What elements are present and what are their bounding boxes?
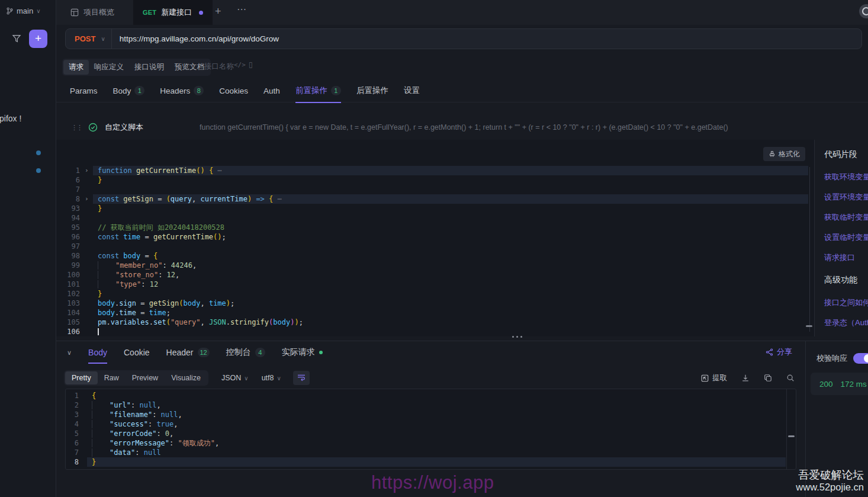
mode-tab-api-desc[interactable]: 接口说明 <box>129 60 169 75</box>
response-scrollbar-thumb[interactable] <box>788 435 795 437</box>
code-line[interactable]: 99 "member_no": 44246, <box>56 261 808 270</box>
url-input[interactable]: https://mpg.avillage.com.cn/api/grow/doG… <box>112 34 861 43</box>
tab-new-api-active[interactable]: GET 新建接口 <box>133 0 213 25</box>
response-tab-header[interactable]: Header12 <box>166 341 210 364</box>
response-tab-console[interactable]: 控制台4 <box>226 341 265 364</box>
code-line[interactable]: 104body.time = time; <box>56 308 808 318</box>
advanced-link-between-apis[interactable]: 接口之间如何 <box>824 297 868 308</box>
snippet-link-get-env[interactable]: 获取环境变量 <box>824 172 868 182</box>
code-line[interactable]: 103body.sign = getSign(body, time); <box>56 299 808 308</box>
view-pretty[interactable]: Pretty <box>65 371 98 384</box>
line-number: 2 <box>66 400 83 410</box>
view-raw[interactable]: Raw <box>98 371 126 384</box>
view-visualize[interactable]: Visualize <box>165 371 207 384</box>
response-tab-body[interactable]: Body <box>88 341 107 364</box>
code-line[interactable]: 6} <box>56 175 808 185</box>
fold-gutter <box>85 204 93 213</box>
code-line[interactable]: 95// 获取当前时间 如20240418200528 <box>56 223 808 232</box>
subtab-settings[interactable]: 设置 <box>404 79 420 102</box>
code-line[interactable]: 102} <box>56 289 808 299</box>
format-select[interactable]: JSON∨ <box>221 374 249 382</box>
script-preview-text[interactable]: function getCurrentTime() { var e = new … <box>200 123 809 132</box>
api-name-placeholder[interactable]: 接口名称 <box>204 62 234 72</box>
method-select[interactable]: POST <box>66 34 101 43</box>
code-line[interactable]: 1{ <box>66 391 786 400</box>
validate-response-toggle[interactable] <box>853 353 868 364</box>
check-circle-icon[interactable] <box>88 123 98 132</box>
snippet-link-set-env[interactable]: 设置环境变量 <box>824 192 868 203</box>
code-line[interactable]: 94 <box>56 213 808 223</box>
new-tab-button[interactable]: + <box>215 5 221 18</box>
subtab-params[interactable]: Params <box>70 79 98 102</box>
subtab-cookies[interactable]: Cookies <box>219 79 248 102</box>
code-line[interactable]: 8} <box>66 457 786 467</box>
mode-tab-preview-doc[interactable]: 预览文档 <box>169 60 210 75</box>
response-tab-cookie[interactable]: Cookie <box>124 341 150 364</box>
code-line[interactable]: 6 "errorMessage": "领取成功", <box>66 438 786 448</box>
format-button[interactable]: 格式化 <box>763 147 805 161</box>
subtab-pre-ops[interactable]: 前置操作1 <box>295 79 341 102</box>
code-line[interactable]: 7 "data": null <box>66 448 786 457</box>
code-line[interactable]: 93} <box>56 204 808 213</box>
response-tab-actual-request[interactable]: 实际请求 <box>282 341 323 364</box>
snippet-link-request-api[interactable]: 请求接口 <box>824 252 855 263</box>
overview-icon <box>70 8 79 17</box>
add-button[interactable]: + <box>29 30 47 48</box>
code-text: pm.variables.set("query", JSON.stringify… <box>93 318 808 327</box>
extract-button[interactable]: 提取 <box>701 373 727 383</box>
subtab-headers[interactable]: Headers8 <box>160 79 204 102</box>
corner-circle-icon[interactable] <box>859 4 868 18</box>
subtab-post-ops[interactable]: 后置操作 <box>356 79 388 102</box>
word-wrap-button[interactable] <box>293 371 310 385</box>
view-preview[interactable]: Preview <box>126 371 165 384</box>
code-line[interactable]: 1›function getCurrentTime() { ⋯ <box>56 166 808 175</box>
code-line[interactable]: 100 "store_no": 12, <box>56 270 808 280</box>
tab-project-overview[interactable]: 项目概览 <box>61 0 124 25</box>
drag-handle-icon[interactable]: ⋮⋮ <box>71 124 82 132</box>
subtab-body[interactable]: Body1 <box>113 79 145 102</box>
editor-scrollbar[interactable] <box>809 167 810 332</box>
code-line[interactable]: 101 "type": 12 <box>56 280 808 289</box>
code-line[interactable]: 96const time = getCurrentTime(); <box>56 232 808 242</box>
search-button[interactable] <box>786 374 795 382</box>
code-icon[interactable]: </> <box>234 61 246 69</box>
mode-tab-request[interactable]: 请求 <box>63 60 89 75</box>
mode-tab-response-def[interactable]: 响应定义 <box>89 60 129 75</box>
response-body-editor[interactable]: 1{2 "url": null,3 "filename": null,4 "su… <box>65 389 796 470</box>
code-line[interactable]: 3 "filename": null, <box>66 410 786 419</box>
extract-icon <box>701 374 709 382</box>
response-scrollbar[interactable] <box>786 389 796 469</box>
download-button[interactable] <box>741 374 750 382</box>
code-line[interactable]: 106 <box>56 327 808 336</box>
panel-splitter-handle[interactable] <box>512 336 522 338</box>
fold-arrow-icon[interactable]: › <box>85 194 93 204</box>
collapse-chevron-icon[interactable]: ∨ <box>67 349 72 357</box>
snippet-link-set-temp[interactable]: 设置临时变量 <box>824 232 868 243</box>
branch-selector[interactable]: main ∨ <box>6 7 41 15</box>
code-line[interactable]: 97 <box>56 242 808 251</box>
code-line[interactable]: 105pm.variables.set("query", JSON.string… <box>56 318 808 327</box>
doc-panel-icon[interactable]: ▯ <box>249 60 253 69</box>
share-button[interactable]: 分享 <box>766 347 792 357</box>
chevron-down-icon: ∨ <box>101 36 105 42</box>
snippet-link-get-temp[interactable]: 获取临时变量 <box>824 212 868 223</box>
encoding-select[interactable]: utf8∨ <box>262 374 281 382</box>
fold-arrow-icon[interactable]: › <box>85 166 93 175</box>
copy-button[interactable] <box>764 374 772 382</box>
code-line[interactable]: 5 "errorCode": 0, <box>66 429 786 438</box>
line-number: 1 <box>56 166 85 175</box>
filter-button[interactable] <box>11 33 22 44</box>
advanced-link-auth[interactable]: 登录态（Auth <box>824 318 868 328</box>
code-text <box>93 185 808 194</box>
script-code-editor[interactable]: 格式化 1›function getCurrentTime() { ⋯6}78›… <box>56 140 814 336</box>
code-line[interactable]: 7 <box>56 185 808 194</box>
status-code: 200 <box>819 380 833 389</box>
code-line[interactable]: 4 "success": true, <box>66 419 786 429</box>
editor-scrollbar-thumb[interactable] <box>806 325 812 327</box>
code-line[interactable]: 98const body = { <box>56 251 808 261</box>
subtab-auth[interactable]: Auth <box>263 79 280 102</box>
code-line[interactable]: 8›const getSign = (query, currentTime) =… <box>56 194 808 204</box>
tab-label: Body <box>88 348 107 357</box>
more-tabs-button[interactable]: ⋯ <box>237 4 247 15</box>
code-line[interactable]: 2 "url": null, <box>66 400 786 410</box>
